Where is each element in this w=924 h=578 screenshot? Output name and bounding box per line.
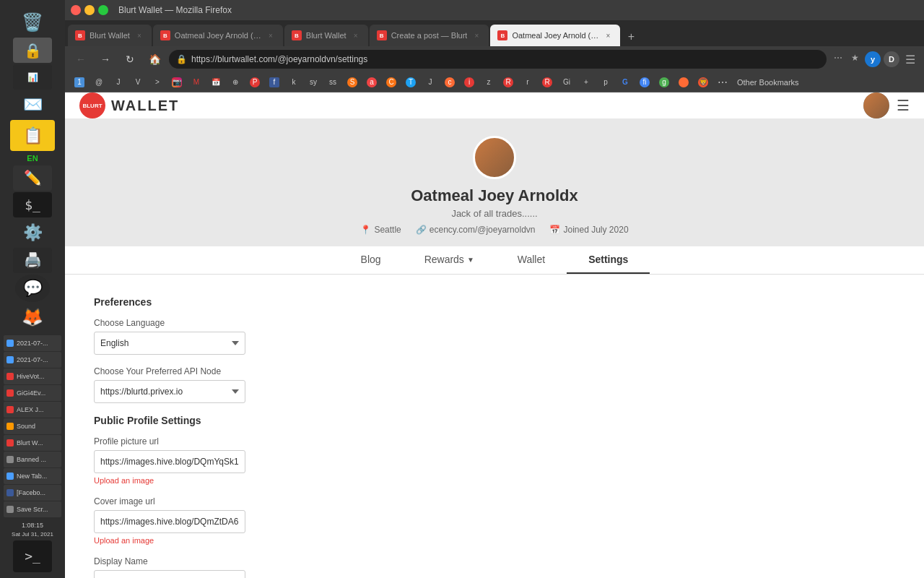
taskbar-item-sound[interactable]: Sound — [4, 418, 61, 434]
bookmark-3[interactable]: J — [110, 76, 127, 89]
system-monitor-icon[interactable]: 📊 — [13, 64, 52, 90]
tab-rewards[interactable]: Rewards ▼ — [403, 246, 496, 274]
bookmark-peakd[interactable]: P — [246, 76, 263, 89]
taskbar-item-10[interactable]: [Facebo... — [4, 485, 61, 501]
bookmark-z[interactable]: z — [480, 76, 497, 89]
bookmark-5[interactable]: > — [149, 76, 166, 89]
bookmark-fb[interactable]: f — [266, 76, 283, 89]
back-button[interactable]: ← — [71, 49, 91, 69]
bookmark-a[interactable]: a — [363, 76, 380, 89]
api-group: Choose Your Preferred API Node https://b… — [94, 366, 895, 403]
reload-button[interactable]: ↻ — [120, 49, 140, 69]
bookmark-instagram[interactable]: 📷 — [168, 76, 186, 89]
tab-close-1[interactable]: × — [134, 30, 144, 40]
tab-settings[interactable]: Settings — [567, 246, 650, 274]
settings-panel: Preferences Choose Language English Choo… — [65, 275, 924, 578]
terminal-icon[interactable]: $_ — [13, 192, 52, 217]
profile-picture-group: Profile picture url Upload an image — [94, 436, 895, 485]
taskbar-item-11[interactable]: Save Scr... — [4, 501, 61, 517]
taskbar-item-5[interactable]: ALEX J... — [4, 402, 61, 418]
bookmark-other[interactable]: ⊕ — [227, 76, 244, 89]
bookmark-c[interactable]: C — [383, 76, 400, 89]
tab-close-5[interactable]: × — [603, 30, 613, 40]
taskbar-item-3[interactable]: HiveVot... — [4, 368, 61, 384]
taskbar-item-2[interactable]: 2021-07-... — [4, 352, 61, 368]
browser-tab-2[interactable]: B Oatmeal Joey Arnold (@... × — [153, 25, 283, 46]
tab-blog[interactable]: Blog — [339, 246, 403, 274]
language-select[interactable]: English — [94, 332, 245, 355]
taskbar-item-blurt[interactable]: Blurt W... — [4, 435, 61, 451]
bookmark-R1[interactable]: R — [500, 76, 517, 89]
bookmark-Gi[interactable]: Gi — [558, 76, 575, 89]
bookmark-dots[interactable]: ⋯ — [714, 75, 731, 90]
cover-image-upload-link[interactable]: Upload an image — [94, 536, 895, 545]
scanner-icon[interactable]: 🖨️ — [13, 248, 52, 273]
tab-close-4[interactable]: × — [471, 30, 481, 40]
bookmark-2[interactable]: @ — [90, 76, 108, 89]
firefox-icon[interactable]: 🦊 — [15, 303, 50, 331]
minimize-button[interactable] — [84, 5, 95, 15]
lock-icon[interactable]: 🔒 — [13, 38, 52, 63]
notes-icon[interactable]: 📋 — [10, 120, 55, 151]
home-button[interactable]: 🏠 — [144, 49, 165, 69]
title-bar: Blurt Wallet — Mozilla Firefox — [65, 0, 924, 20]
bookmark-g2[interactable]: g — [655, 76, 673, 89]
bookmark-calendar[interactable]: 📅 — [207, 76, 225, 89]
display-name-input[interactable] — [94, 570, 245, 578]
forward-button[interactable]: → — [95, 49, 116, 69]
new-tab-button[interactable]: + — [622, 27, 640, 46]
profile-button[interactable]: y — [865, 51, 881, 67]
taskbar-item-8[interactable]: Banned ... — [4, 452, 61, 467]
taskbar-item-4[interactable]: GiGi4Ev... — [4, 385, 61, 401]
bookmark-gmail[interactable]: M — [188, 76, 205, 89]
stylus-icon[interactable]: ✏️ — [13, 165, 52, 191]
bookmark-jj[interactable]: J — [422, 76, 439, 89]
bookmark-p[interactable]: p — [597, 76, 614, 89]
cover-image-input[interactable] — [94, 510, 245, 533]
tab-wallet[interactable]: Wallet — [496, 246, 567, 274]
chat-icon[interactable]: 💬 — [15, 275, 50, 302]
bookmark-plus[interactable]: + — [578, 76, 595, 89]
bookmark-r[interactable]: r — [519, 76, 536, 89]
taskbar-item-9[interactable]: New Tab... — [4, 468, 61, 484]
bookmark-orange-dot[interactable] — [675, 76, 692, 89]
page-content: BLURT WALLET ☰ Oatmeal Joey Arnoldx Jack… — [65, 92, 924, 578]
bookmark-s[interactable]: S — [344, 76, 361, 89]
account-button[interactable]: D — [884, 51, 899, 67]
bookmark-brave[interactable]: 🦁 — [694, 76, 712, 89]
bookmark-R2[interactable]: R — [539, 76, 556, 89]
tab-close-3[interactable]: × — [351, 30, 361, 40]
tab-close-2[interactable]: × — [266, 30, 276, 40]
api-label: Choose Your Preferred API Node — [94, 366, 895, 376]
bookmark-fi[interactable]: fi — [636, 76, 653, 89]
bookmark-cc[interactable]: c — [441, 76, 458, 89]
bookmark-hi[interactable]: i — [461, 76, 478, 89]
trash-icon[interactable]: 🗑️ — [15, 9, 50, 36]
bookmark-T[interactable]: T — [402, 76, 419, 89]
maximize-button[interactable] — [98, 5, 108, 15]
browser-tab-3[interactable]: B Blurt Wallet × — [284, 25, 368, 46]
bookmark-ss[interactable]: ss — [324, 76, 341, 89]
browser-tab-5[interactable]: B Oatmeal Joey Arnold (@... × — [490, 25, 620, 46]
browser-tab-1[interactable]: B Blurt Wallet × — [68, 25, 152, 46]
browser-tab-4[interactable]: B Create a post — Blurt × — [370, 25, 489, 46]
bookmark-google[interactable]: G — [616, 76, 634, 89]
close-button[interactable] — [71, 5, 81, 15]
settings-icon[interactable]: ⚙️ — [15, 219, 50, 246]
menu-button[interactable]: ☰ — [902, 51, 918, 68]
mail-icon[interactable]: ✉️ — [15, 91, 50, 118]
taskbar-item-1[interactable]: 2021-07-... — [4, 335, 61, 351]
bookmark-4[interactable]: V — [129, 76, 147, 89]
profile-picture-input[interactable] — [94, 450, 245, 473]
bookmark-other-bookmarks[interactable]: Other Bookmarks — [733, 77, 803, 88]
header-menu-button[interactable]: ☰ — [897, 97, 910, 114]
bookmark-sy[interactable]: sy — [305, 76, 322, 89]
script-icon[interactable]: >_ — [13, 540, 52, 572]
address-bar[interactable]: 🔒 https://blurtwallet.com/@joeyarnoldvn/… — [169, 50, 827, 69]
extensions-button[interactable]: ⋯ — [831, 51, 845, 68]
bookmark-1[interactable]: 1 — [71, 76, 88, 89]
profile-picture-upload-link[interactable]: Upload an image — [94, 476, 895, 485]
api-select[interactable]: https://blurtd.privex.io — [94, 380, 245, 403]
bookmark-star[interactable]: ★ — [848, 51, 862, 68]
bookmark-k[interactable]: k — [285, 76, 302, 89]
